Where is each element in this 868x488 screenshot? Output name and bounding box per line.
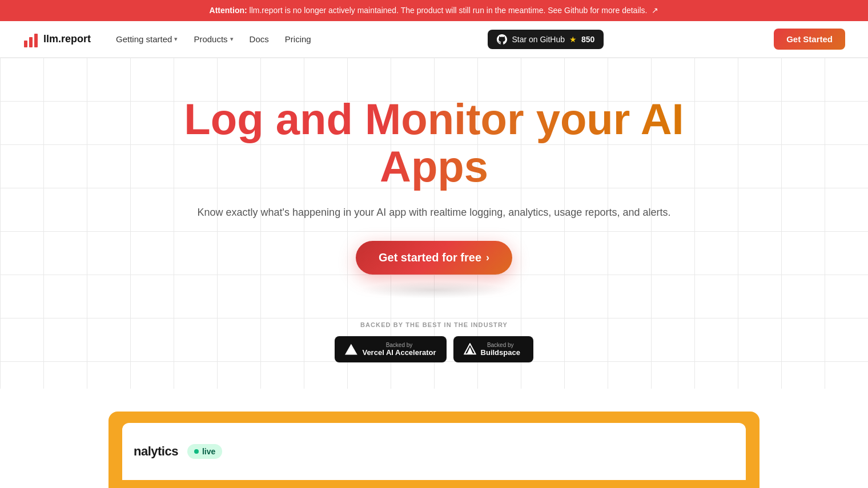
- star-icon: ★: [569, 35, 577, 44]
- hero-cta-button[interactable]: Get started for free ›: [356, 241, 512, 275]
- nav-pricing[interactable]: Pricing: [278, 30, 318, 49]
- navbar-center: Star on GitHub ★ 850: [488, 30, 604, 49]
- announcement-text: llm.report is no longer actively maintai…: [250, 6, 648, 15]
- buildspace-badge: Backed by Buildspace: [453, 336, 533, 362]
- svg-rect-2: [34, 34, 38, 47]
- dashboard-preview: nalytics live: [108, 412, 760, 488]
- dashboard-inner: nalytics live: [122, 423, 746, 480]
- nav-docs-label: Docs: [250, 34, 269, 44]
- github-btn-label: Star on GitHub: [512, 35, 565, 44]
- nav-products[interactable]: Products ▾: [187, 30, 240, 49]
- buildspace-logo-icon: [464, 343, 476, 356]
- live-dot-icon: [194, 449, 199, 454]
- hero-subtitle: Know exactly what's happening in your AI…: [177, 204, 691, 221]
- backed-by-label: BACKED BY THE BEST IN THE INDUSTRY: [177, 321, 691, 328]
- svg-rect-1: [29, 37, 33, 47]
- vercel-logo-icon: [345, 343, 357, 356]
- buildspace-badge-text: Backed by Buildspace: [481, 342, 520, 357]
- nav-pricing-label: Pricing: [285, 34, 311, 44]
- dashboard-brand: nalytics: [134, 444, 178, 459]
- get-started-nav-button[interactable]: Get Started: [774, 29, 845, 50]
- github-button[interactable]: Star on GitHub ★ 850: [488, 30, 604, 49]
- cta-glow: [360, 281, 508, 299]
- svg-rect-0: [24, 41, 27, 47]
- github-icon: [497, 34, 507, 45]
- nav-products-label: Products: [194, 34, 227, 44]
- products-chevron-icon: ▾: [230, 35, 234, 43]
- nav-links: Getting started ▾ Products ▾ Docs Pricin…: [109, 30, 318, 49]
- live-badge-label: live: [202, 447, 215, 456]
- github-star-count: 850: [581, 35, 594, 44]
- vercel-badge-text: Backed by Vercel AI Accelerator: [362, 342, 436, 357]
- hero-cta-label: Get started for free: [379, 251, 481, 264]
- live-badge: live: [187, 444, 222, 459]
- logo[interactable]: llm.report: [23, 31, 91, 47]
- backed-badges: Backed by Vercel AI Accelerator Backed b…: [177, 336, 691, 362]
- announcement-prefix: Attention:: [210, 6, 247, 15]
- announcement-bar: Attention: llm.report is no longer activ…: [0, 0, 868, 21]
- buildspace-badge-sub: Backed by: [481, 342, 520, 348]
- hero-title: Log and Monitor your AI Apps: [177, 95, 691, 191]
- buildspace-badge-name: Buildspace: [481, 348, 520, 357]
- vercel-badge-name: Vercel AI Accelerator: [362, 348, 436, 357]
- vercel-badge-sub: Backed by: [362, 342, 436, 348]
- cta-chevron-icon: ›: [486, 252, 489, 264]
- navbar-right: Get Started: [774, 34, 845, 45]
- nav-getting-started-label: Getting started: [116, 34, 172, 44]
- announcement-link-icon[interactable]: ↗: [652, 6, 658, 15]
- navbar: llm.report Getting started ▾ Products ▾ …: [0, 21, 868, 58]
- get-started-nav-label: Get Started: [786, 34, 833, 44]
- hero-section: Log and Monitor your AI Apps Know exactl…: [0, 58, 868, 389]
- nav-getting-started[interactable]: Getting started ▾: [109, 30, 184, 49]
- hero-content: Log and Monitor your AI Apps Know exactl…: [177, 95, 691, 363]
- nav-docs[interactable]: Docs: [243, 30, 276, 49]
- logo-icon: [23, 31, 39, 47]
- getting-started-chevron-icon: ▾: [174, 35, 178, 43]
- navbar-left: llm.report Getting started ▾ Products ▾ …: [23, 30, 318, 49]
- logo-text: llm.report: [43, 33, 91, 45]
- vercel-badge: Backed by Vercel AI Accelerator: [335, 336, 446, 362]
- backed-by-section: BACKED BY THE BEST IN THE INDUSTRY Backe…: [177, 321, 691, 362]
